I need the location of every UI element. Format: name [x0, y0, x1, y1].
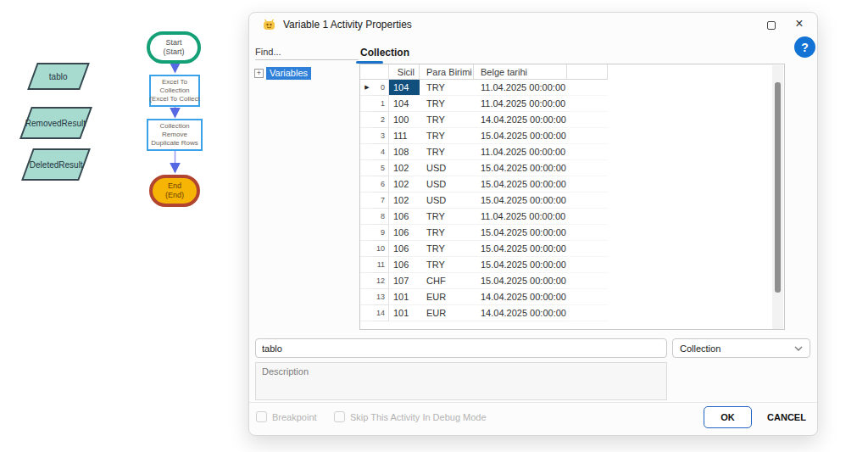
cell-belge-tarihi[interactable]: 11.04.2025 00:00:00	[474, 96, 567, 112]
table-row[interactable]: 7 102 USD 15.04.2025 00:00:00	[360, 193, 784, 209]
row-index[interactable]: 8	[374, 209, 389, 225]
table-row[interactable]: 14 101 EUR 14.04.2025 00:00:00	[360, 305, 784, 321]
table-row[interactable]: 3 111 TRY 15.04.2025 00:00:00	[360, 128, 784, 144]
cell-sicil[interactable]: 106	[389, 209, 420, 225]
cell-para-birimi[interactable]: EUR	[420, 289, 474, 305]
row-index[interactable]: 14	[374, 305, 389, 321]
excel-to-collection-node[interactable]: Excel To Collection (Excel To Collect	[149, 75, 200, 107]
table-row[interactable]: ▶ 0 104 TRY 11.04.2025 00:00:00	[360, 80, 784, 96]
start-node[interactable]: Start (Start)	[147, 31, 201, 64]
variable-shape-deletedresult[interactable]: DeletedResult	[21, 148, 91, 181]
table-row[interactable]: 13 101 EUR 14.04.2025 00:00:00	[360, 289, 784, 305]
scrollbar-thumb[interactable]	[775, 82, 781, 293]
row-index[interactable]: 2	[374, 112, 389, 128]
variable-shape-tablo[interactable]: tablo	[27, 63, 90, 90]
row-index[interactable]: 1	[374, 96, 389, 112]
help-button[interactable]: ?	[794, 36, 815, 58]
cell-para-birimi[interactable]: USD	[420, 193, 474, 209]
table-row[interactable]: 2 100 TRY 14.04.2025 00:00:00	[360, 112, 784, 128]
cell-para-birimi[interactable]: TRY	[420, 241, 474, 257]
cell-belge-tarihi[interactable]: 11.04.2025 00:00:00	[474, 209, 567, 225]
table-row[interactable]: 9 106 TRY 15.04.2025 00:00:00	[360, 225, 784, 241]
tab-collection[interactable]: Collection	[360, 47, 409, 59]
cell-sicil[interactable]: 106	[389, 257, 420, 273]
ok-button[interactable]: OK	[704, 406, 752, 428]
cell-para-birimi[interactable]: TRY	[420, 209, 474, 225]
end-node[interactable]: End (End)	[149, 175, 200, 207]
cell-para-birimi[interactable]: EUR	[420, 305, 474, 321]
row-index[interactable]: 4	[374, 144, 389, 160]
cell-para-birimi[interactable]: USD	[420, 176, 474, 193]
cell-sicil[interactable]: 104	[389, 96, 420, 112]
cell-belge-tarihi[interactable]: 15.04.2025 00:00:00	[474, 160, 567, 176]
cell-belge-tarihi[interactable]: 15.04.2025 00:00:00	[474, 176, 567, 193]
table-row[interactable]: 10 106 TRY 15.04.2025 00:00:00	[360, 241, 784, 257]
row-index[interactable]: 12	[374, 273, 389, 289]
cell-sicil[interactable]: 102	[389, 176, 420, 193]
cell-belge-tarihi[interactable]: 15.04.2025 00:00:00	[474, 257, 567, 273]
cell-para-birimi[interactable]: TRY	[420, 257, 474, 273]
cell-para-birimi[interactable]: USD	[420, 160, 474, 176]
cell-belge-tarihi[interactable]: 15.04.2025 00:00:00	[474, 128, 567, 144]
skip-debug-checkbox[interactable]	[334, 411, 345, 422]
cell-para-birimi[interactable]: TRY	[420, 225, 474, 241]
cell-sicil[interactable]: 101	[389, 305, 420, 321]
cell-belge-tarihi[interactable]: 15.04.2025 00:00:00	[474, 225, 567, 241]
row-index[interactable]: 7	[374, 193, 389, 209]
cell-belge-tarihi[interactable]: 11.04.2025 00:00:00	[474, 144, 567, 160]
column-header-sicil[interactable]: Sicil	[389, 64, 420, 80]
table-row[interactable]: 4 108 TRY 11.04.2025 00:00:00	[360, 144, 784, 160]
row-index[interactable]: 3	[374, 128, 389, 144]
row-index[interactable]: 13	[374, 289, 389, 305]
cell-sicil[interactable]: 102	[389, 160, 420, 176]
cell-sicil[interactable]: 108	[389, 144, 420, 160]
collection-remove-duplicate-rows-node[interactable]: Collection Remove Duplicate Rows	[147, 119, 203, 151]
row-index[interactable]: 6	[374, 176, 389, 193]
column-header-belge-tarihi[interactable]: Belge tarihi	[474, 64, 567, 80]
cell-belge-tarihi[interactable]: 14.04.2025 00:00:00	[474, 305, 567, 321]
description-field[interactable]: Description	[255, 362, 667, 400]
table-row[interactable]: 1 104 TRY 11.04.2025 00:00:00	[360, 96, 784, 112]
cell-sicil[interactable]: 102	[389, 193, 420, 209]
cell-belge-tarihi[interactable]: 15.04.2025 00:00:00	[474, 193, 567, 209]
cell-para-birimi[interactable]: TRY	[420, 144, 474, 160]
row-index[interactable]: 11	[374, 257, 389, 273]
cell-para-birimi[interactable]: TRY	[420, 96, 474, 112]
cell-para-birimi[interactable]: TRY	[420, 128, 474, 144]
row-index[interactable]: 10	[374, 241, 389, 257]
cell-belge-tarihi[interactable]: 15.04.2025 00:00:00	[474, 241, 567, 257]
variable-shape-removedresult[interactable]: RemovedResult	[19, 107, 92, 139]
table-row[interactable]: 11 106 TRY 15.04.2025 00:00:00	[360, 257, 784, 273]
table-row[interactable]: 6 102 USD 15.04.2025 00:00:00	[360, 176, 784, 193]
table-row[interactable]: 12 107 CHF 15.04.2025 00:00:00	[360, 273, 784, 289]
variable-type-dropdown[interactable]: Collection	[672, 338, 810, 358]
vertical-scrollbar[interactable]	[772, 65, 783, 330]
row-index[interactable]: 5	[374, 160, 389, 176]
cell-para-birimi[interactable]: CHF	[420, 273, 474, 289]
cell-sicil[interactable]: 106	[389, 241, 420, 257]
cell-sicil[interactable]: 106	[389, 225, 420, 241]
cell-belge-tarihi[interactable]: 14.04.2025 00:00:00	[474, 112, 567, 128]
variable-name-input[interactable]	[255, 338, 667, 358]
table-row[interactable]: 8 106 TRY 11.04.2025 00:00:00	[360, 209, 784, 225]
cell-belge-tarihi[interactable]: 11.04.2025 00:00:00	[474, 80, 567, 96]
cell-belge-tarihi[interactable]: 15.04.2025 00:00:00	[474, 273, 567, 289]
dialog-titlebar[interactable]: Variable 1 Activity Properties	[249, 13, 817, 36]
tree-expand-icon[interactable]: +	[254, 69, 264, 78]
tree-item-variables[interactable]: + Variables	[254, 67, 311, 80]
table-row[interactable]: 5 102 USD 15.04.2025 00:00:00	[360, 160, 784, 176]
cell-sicil[interactable]: 100	[389, 112, 420, 128]
find-input[interactable]	[255, 43, 359, 60]
row-index[interactable]: 0	[374, 80, 389, 96]
cell-sicil[interactable]: 107	[389, 273, 420, 289]
cell-sicil[interactable]: 111	[389, 128, 420, 144]
cell-sicil[interactable]: 101	[389, 289, 420, 305]
cell-belge-tarihi[interactable]: 14.04.2025 00:00:00	[474, 289, 567, 305]
cancel-button[interactable]: CANCEL	[760, 406, 813, 428]
row-index[interactable]: 9	[374, 225, 389, 241]
cell-sicil[interactable]: 104	[389, 80, 420, 96]
cell-para-birimi[interactable]: TRY	[420, 80, 474, 96]
column-header-para-birimi[interactable]: Para Birimi	[420, 64, 474, 80]
breakpoint-checkbox[interactable]	[256, 411, 267, 422]
close-button[interactable]: ×	[788, 14, 810, 33]
